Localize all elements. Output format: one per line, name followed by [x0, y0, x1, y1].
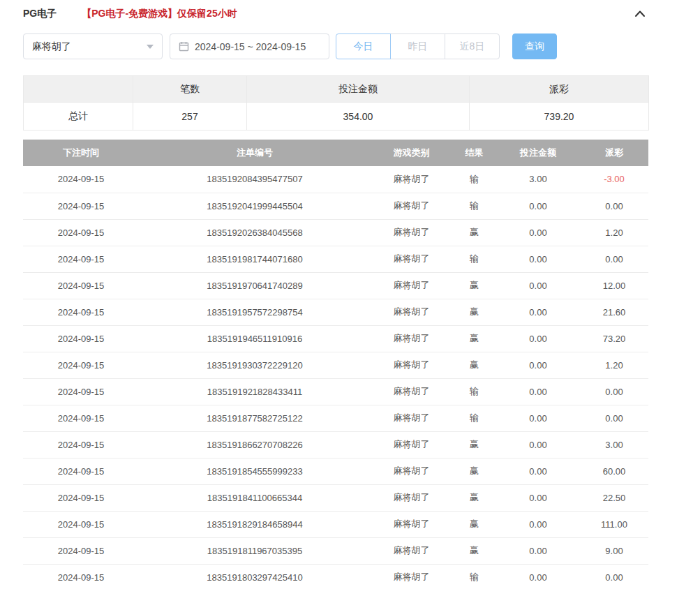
game-type: 麻将胡了	[371, 511, 452, 537]
game-type: 麻将胡了	[371, 484, 452, 511]
panel-header: PG电子 【PG电子-免费游戏】仅保留25小时	[23, 0, 648, 21]
records-header-row: 下注时间 注单编号 游戏类别 结果 投注金额 派彩	[23, 140, 648, 166]
panel-notice: 【PG电子-免费游戏】仅保留25小时	[82, 8, 237, 20]
bet-time: 2024-09-15	[23, 272, 139, 299]
bet-time: 2024-09-15	[23, 246, 139, 272]
quick-button-yesterday[interactable]: 昨日	[390, 33, 445, 59]
bet-amount: 0.00	[496, 352, 580, 378]
table-row: 2024-09-151835191854555999233麻将胡了赢0.0060…	[23, 458, 648, 484]
date-range-value: 2024-09-15 ~ 2024-09-15	[195, 41, 306, 52]
result: 赢	[452, 431, 496, 458]
game-type: 麻将胡了	[371, 325, 452, 352]
quick-range-button-group: 今日 昨日 近8日	[336, 33, 500, 59]
result: 赢	[452, 537, 496, 564]
table-row: 2024-09-151835192041999445504麻将胡了输0.000.…	[23, 193, 648, 219]
bet-amount: 0.00	[496, 219, 580, 246]
payout: 0.00	[580, 193, 648, 219]
pg-records-panel: PG电子 【PG电子-免费游戏】仅保留25小时 麻将胡了 2024-09-15 …	[23, 0, 648, 589]
payout: 12.00	[580, 272, 648, 299]
summary-total-count: 257	[133, 103, 247, 131]
bet-amount: 0.00	[496, 299, 580, 325]
bet-time: 2024-09-15	[23, 537, 139, 564]
payout: 3.00	[580, 431, 648, 458]
order-id: 1835191930372229120	[139, 352, 371, 378]
bet-time: 2024-09-15	[23, 458, 139, 484]
order-id: 1835191803297425410	[139, 564, 371, 589]
game-select[interactable]: 麻将胡了	[23, 33, 163, 59]
result: 输	[452, 246, 496, 272]
bet-time: 2024-09-15	[23, 511, 139, 537]
table-row: 2024-09-151835191970641740289麻将胡了赢0.0012…	[23, 272, 648, 299]
collapse-chevron-up-icon[interactable]	[632, 7, 648, 20]
bet-time: 2024-09-15	[23, 193, 139, 219]
search-button[interactable]: 查询	[512, 33, 557, 59]
quick-button-last-8-days[interactable]: 近8日	[445, 33, 500, 59]
quick-button-today[interactable]: 今日	[336, 33, 391, 59]
table-row: 2024-09-151835191803297425410麻将胡了输0.000.…	[23, 564, 648, 589]
table-row: 2024-09-151835191957572298754麻将胡了赢0.0021…	[23, 299, 648, 325]
order-id: 1835191811967035395	[139, 537, 371, 564]
bet-amount: 0.00	[496, 484, 580, 511]
summary-total-label: 总计	[24, 103, 133, 131]
summary-header-count: 笔数	[133, 76, 247, 103]
bet-time: 2024-09-15	[23, 166, 139, 193]
payout: 0.00	[580, 378, 648, 405]
game-type: 麻将胡了	[371, 219, 452, 246]
bet-amount: 0.00	[496, 564, 580, 589]
game-type: 麻将胡了	[371, 564, 452, 589]
bet-time: 2024-09-15	[23, 484, 139, 511]
payout: 0.00	[580, 564, 648, 589]
result: 输	[452, 564, 496, 589]
col-header-order-id: 注单编号	[139, 140, 371, 166]
result: 赢	[452, 511, 496, 537]
bet-amount: 0.00	[496, 378, 580, 405]
result: 赢	[452, 272, 496, 299]
order-id: 1835191877582725122	[139, 405, 371, 431]
order-id: 1835192084395477507	[139, 166, 371, 193]
payout: 1.20	[580, 219, 648, 246]
payout: 22.50	[580, 484, 648, 511]
summary-header-blank	[24, 76, 133, 103]
table-row: 2024-09-151835191866270708226麻将胡了赢0.003.…	[23, 431, 648, 458]
order-id: 1835191829184658944	[139, 511, 371, 537]
col-header-result: 结果	[452, 140, 496, 166]
table-row: 2024-09-151835191921828433411麻将胡了输0.000.…	[23, 378, 648, 405]
payout: 1.20	[580, 352, 648, 378]
order-id: 1835191946511910916	[139, 325, 371, 352]
payout: 111.00	[580, 511, 648, 537]
game-type: 麻将胡了	[371, 246, 452, 272]
records-body: 2024-09-151835192084395477507麻将胡了输3.00-3…	[23, 166, 648, 589]
table-row: 2024-09-151835192084395477507麻将胡了输3.00-3…	[23, 166, 648, 193]
table-row: 2024-09-151835191930372229120麻将胡了赢0.001.…	[23, 352, 648, 378]
order-id: 1835191981744071680	[139, 246, 371, 272]
summary-header-row: 笔数 投注金额 派彩	[24, 76, 649, 103]
table-row: 2024-09-151835192026384045568麻将胡了赢0.001.…	[23, 219, 648, 246]
bet-time: 2024-09-15	[23, 431, 139, 458]
col-header-game-type: 游戏类别	[371, 140, 452, 166]
game-type: 麻将胡了	[371, 458, 452, 484]
bet-amount: 0.00	[496, 431, 580, 458]
filter-bar: 麻将胡了 2024-09-15 ~ 2024-09-15 今日 昨日 近8日 查…	[23, 33, 648, 59]
summary-total-row: 总计 257 354.00 739.20	[24, 103, 649, 131]
payout: -3.00	[580, 166, 648, 193]
result: 赢	[452, 352, 496, 378]
bet-amount: 0.00	[496, 325, 580, 352]
game-type: 麻将胡了	[371, 299, 452, 325]
payout: 9.00	[580, 537, 648, 564]
game-type: 麻将胡了	[371, 166, 452, 193]
table-row: 2024-09-151835191811967035395麻将胡了赢0.009.…	[23, 537, 648, 564]
result: 赢	[452, 219, 496, 246]
summary-total-payout: 739.20	[470, 103, 649, 131]
game-type: 麻将胡了	[371, 352, 452, 378]
payout: 0.00	[580, 246, 648, 272]
game-type: 麻将胡了	[371, 193, 452, 219]
result: 输	[452, 166, 496, 193]
bet-time: 2024-09-15	[23, 405, 139, 431]
table-row: 2024-09-151835191946511910916麻将胡了赢0.0073…	[23, 325, 648, 352]
game-type: 麻将胡了	[371, 405, 452, 431]
bet-time: 2024-09-15	[23, 352, 139, 378]
result: 赢	[452, 458, 496, 484]
order-id: 1835191921828433411	[139, 378, 371, 405]
date-range-input[interactable]: 2024-09-15 ~ 2024-09-15	[170, 33, 329, 59]
result: 输	[452, 378, 496, 405]
